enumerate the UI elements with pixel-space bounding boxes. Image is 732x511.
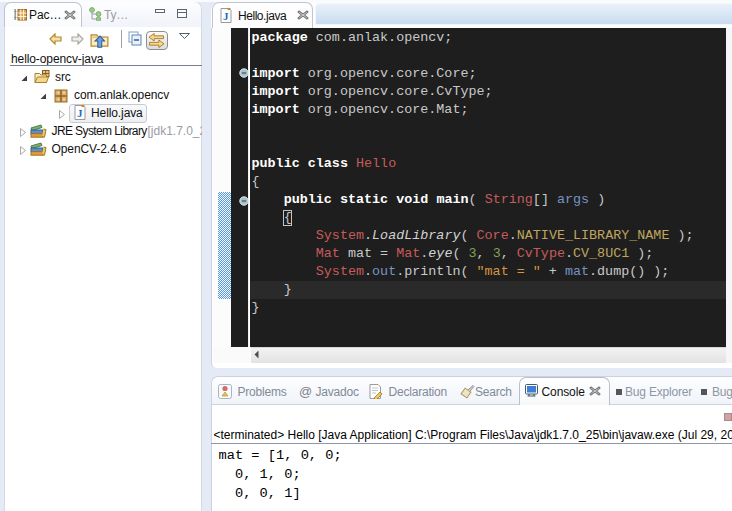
svg-text:J: J — [223, 10, 229, 22]
svg-text:J: J — [77, 107, 83, 119]
